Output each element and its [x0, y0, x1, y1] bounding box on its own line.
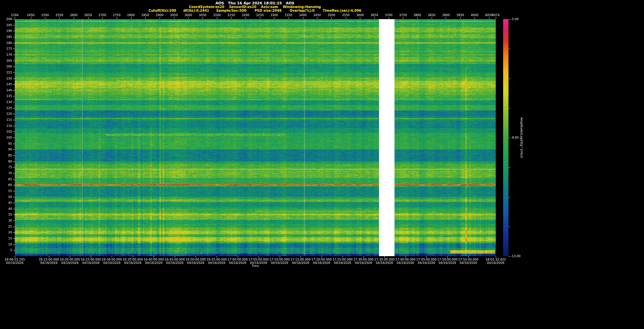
- time-tick-label: 16:20:00.00004/16/2026: [60, 258, 80, 265]
- time-tick-time: 17:50:00.000: [437, 258, 457, 261]
- frequency-tick-label: 100: [0, 136, 12, 139]
- record-tick-mark: [203, 17, 203, 19]
- time-tick-mark: [175, 256, 175, 257]
- record-tick-label: 2550: [56, 13, 63, 17]
- record-tick-mark: [496, 17, 496, 19]
- record-tick-label: 3800: [414, 13, 421, 17]
- colorbar-tick-mark: [509, 167, 510, 168]
- time-tick-time: 17:20:00.000: [311, 258, 331, 261]
- colorbar-axis-label: Amplitude(Log10(g^2/Hz)): [520, 117, 523, 158]
- time-tick-time: 17:55:00.000: [458, 258, 478, 261]
- record-tick-label: 3400: [299, 13, 307, 17]
- time-tick-label: 17:00:00.00004/16/2026: [227, 258, 248, 265]
- frequency-tick-label: 125: [0, 107, 12, 110]
- frequency-tick-label: 15: [0, 237, 12, 240]
- frequency-tick-label: 85: [0, 154, 12, 157]
- time-tick-time: 18:01:32.425: [486, 258, 506, 261]
- time-tick-label: 17:05:00.00004/16/2026: [249, 258, 269, 265]
- record-tick-mark: [360, 17, 360, 19]
- frequency-tick-label: 55: [0, 190, 12, 193]
- frequency-tick-label: 190: [0, 30, 12, 33]
- time-tick-mark: [384, 256, 385, 257]
- record-tick-mark: [31, 17, 31, 19]
- record-tick-label: 2950: [170, 13, 178, 17]
- time-tick-label: 17:10:00.00004/16/2026: [269, 258, 289, 265]
- time-tick-time: 17:25:00.000: [332, 258, 353, 261]
- record-tick-mark: [446, 17, 446, 19]
- record-tick-label: 4074: [492, 13, 500, 17]
- record-tick-label: 2500: [41, 13, 49, 17]
- record-tick-mark: [45, 17, 45, 19]
- record-tick-mark: [174, 17, 174, 19]
- record-tick-mark: [489, 17, 489, 19]
- time-tick-time: 16:35:00.000: [123, 258, 143, 261]
- time-tick-time: 16:30:00.000: [102, 258, 122, 261]
- record-tick-mark: [131, 17, 131, 19]
- record-tick-mark: [389, 17, 389, 19]
- frequency-tick-label: 115: [0, 119, 12, 122]
- record-tick-mark: [246, 17, 246, 19]
- colorbar-min-label: -13.00: [511, 254, 521, 258]
- frequency-tick-label: 110: [0, 125, 12, 128]
- record-tick-label: 3000: [184, 13, 192, 17]
- time-tick-label: 16:06:51.14504/16/2026: [5, 258, 25, 265]
- time-tick-time: 16:50:00.000: [185, 258, 206, 261]
- record-tick-label: 2650: [84, 13, 92, 17]
- record-tick-label: 3050: [199, 13, 206, 17]
- time-tick-label: 18:01:32.42504/16/2026: [486, 258, 506, 265]
- colorbar-mid-label: -9.00: [511, 136, 519, 139]
- time-tick-time: 17:40:00.000: [395, 258, 415, 261]
- time-tick-label: 17:45:00.00004/16/2026: [416, 258, 436, 265]
- time-tick-mark: [196, 256, 196, 257]
- time-tick-label: 17:30:00.00004/16/2026: [353, 258, 373, 265]
- frequency-tick-label: 140: [0, 89, 12, 92]
- time-tick-mark: [364, 256, 364, 257]
- frequency-tick-label: 60: [0, 184, 12, 187]
- frequency-tick-label: 135: [0, 95, 12, 98]
- record-tick-label: 4050: [485, 13, 493, 17]
- record-tick-label: 3200: [242, 13, 250, 17]
- frequency-tick-label: 95: [0, 142, 12, 145]
- record-tick-mark: [432, 17, 432, 19]
- time-tick-label: 17:15:00.00004/16/2026: [290, 258, 311, 265]
- time-tick-mark: [217, 256, 217, 257]
- aos-spectrogram-window: AOS Thu 16 Apr 2026 18:01:15 AOS CoordSy…: [0, 0, 644, 329]
- record-tick-label: 3350: [285, 13, 292, 17]
- record-tick-mark: [460, 17, 461, 19]
- time-tick-label: 16:25:00.00004/16/2026: [81, 258, 101, 265]
- time-tick-label: 16:30:00.00004/16/2026: [102, 258, 122, 265]
- spectrogram-canvas[interactable]: [15, 19, 496, 256]
- time-tick-mark: [280, 256, 280, 257]
- record-tick-label: 4000: [471, 13, 478, 17]
- record-tick-mark: [288, 17, 289, 19]
- record-tick-mark: [102, 17, 103, 19]
- frequency-tick-label: 150: [0, 77, 12, 80]
- frequency-tick-label: 165: [0, 59, 12, 62]
- record-tick-label: 3300: [270, 13, 278, 17]
- record-tick-mark: [260, 17, 260, 19]
- time-tick-time: 17:05:00.000: [249, 258, 269, 261]
- record-tick-label: 3850: [428, 13, 435, 17]
- time-tick-mark: [70, 256, 70, 257]
- frequency-tick-label: 90: [0, 148, 12, 151]
- time-tick-label: 17:40:00.00004/16/2026: [395, 258, 415, 265]
- frequency-tick-label: 70: [0, 172, 12, 175]
- time-tick-time: 17:30:00.000: [353, 258, 373, 261]
- record-tick-label: 3950: [457, 13, 464, 17]
- time-tick-label: 16:50:00.00004/16/2026: [185, 258, 206, 265]
- time-tick-mark: [238, 256, 238, 257]
- frequency-tick-label: 35: [0, 213, 12, 216]
- time-tick-label: 17:55:00.00004/16/2026: [458, 258, 478, 265]
- record-tick-label: 2700: [99, 13, 106, 17]
- time-tick-time: 17:10:00.000: [269, 258, 289, 261]
- frequency-tick-label: 105: [0, 130, 12, 133]
- time-tick-time: 16:15:00.000: [39, 258, 59, 261]
- record-tick-mark: [475, 17, 475, 19]
- record-tick-label: 3250: [256, 13, 264, 17]
- time-tick-time: 16:20:00.000: [60, 258, 80, 261]
- colorbar-tick-mark: [509, 227, 510, 227]
- time-tick-mark: [468, 256, 469, 257]
- record-tick-mark: [331, 17, 332, 19]
- colorbar-max-label: -5.00: [511, 17, 519, 21]
- time-tick-label: 16:55:00.00004/16/2026: [207, 258, 227, 265]
